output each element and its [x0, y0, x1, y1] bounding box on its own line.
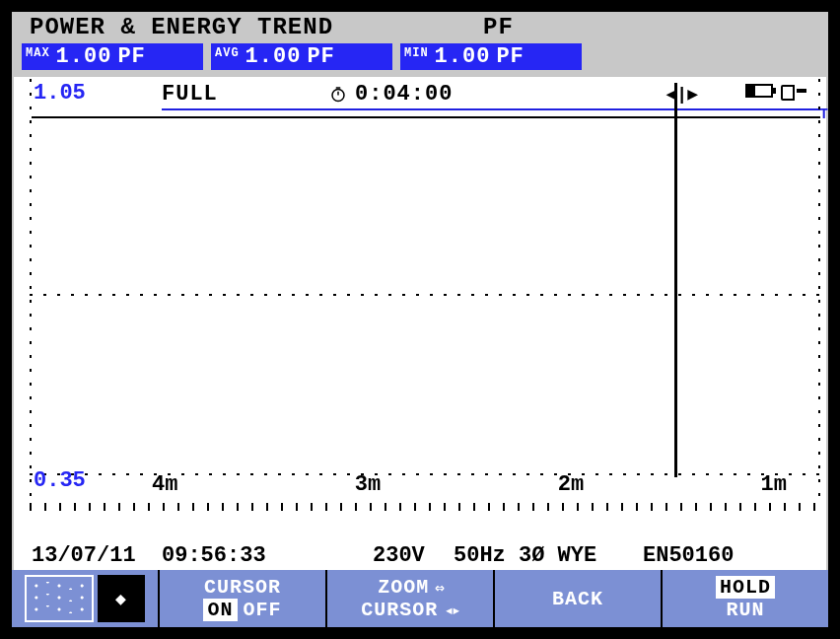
- x-tick-marks: [30, 503, 820, 511]
- f2-label: CURSOR: [204, 576, 281, 599]
- plug-icon: [781, 83, 803, 99]
- status-time: 09:56:33: [162, 543, 300, 568]
- stat-avg-unit: PF: [307, 44, 334, 69]
- softkey-f4-back[interactable]: BACK: [495, 570, 663, 627]
- updown-glyph: ◆: [115, 588, 127, 609]
- chart-area[interactable]: 1.05 FULL 0:04:00 ◀|▶ T: [14, 77, 826, 540]
- mode-label: FULL: [162, 82, 329, 106]
- f3-sublabel: CURSOR: [361, 599, 438, 621]
- title-bar: POWER & ENERGY TREND PF: [12, 12, 828, 41]
- battery-icon: [745, 84, 773, 98]
- stat-max-unit: PF: [117, 44, 145, 69]
- plot-frame: [30, 79, 820, 505]
- f4-label: BACK: [552, 588, 603, 610]
- stat-avg-value: 1.00: [245, 44, 302, 69]
- stat-avg: AVG 1.00 PF: [211, 43, 392, 70]
- f3-label: ZOOM: [378, 576, 429, 599]
- total-marker: T: [820, 106, 828, 122]
- softkey-f3-zoom[interactable]: ZOOM ⇔ CURSOR ◂▸: [327, 570, 495, 627]
- cursor-vertical-line[interactable]: [674, 83, 677, 477]
- f2-on: ON: [203, 599, 237, 621]
- stat-max: MAX 1.00 PF: [22, 43, 203, 70]
- zoom-vert-icon: ⇔: [435, 578, 443, 598]
- stat-min-tag: MIN: [404, 46, 429, 60]
- status-date: 13/07/11: [32, 543, 150, 568]
- stat-max-tag: MAX: [26, 46, 50, 60]
- x-tick: 1m: [761, 472, 787, 497]
- updown-icon: ◆: [98, 575, 145, 622]
- x-tick: 4m: [152, 472, 177, 497]
- softkey-f5-holdrun[interactable]: HOLD RUN: [663, 570, 828, 627]
- softkey-row: ◆ CURSOR ON OFF ZOOM ⇔ CURSOR ◂▸: [12, 570, 828, 627]
- clock-icon: [329, 85, 347, 103]
- softkey-f1[interactable]: ◆: [12, 570, 160, 627]
- power-status: [745, 83, 803, 99]
- f2-off: OFF: [244, 599, 282, 621]
- y-axis-bottom: 0.35: [34, 468, 86, 493]
- grid-right: [818, 79, 820, 505]
- status-bar: 13/07/11 09:56:33 230V 50Hz 3Ø WYE EN501…: [14, 540, 826, 570]
- f5-hold: HOLD: [716, 576, 775, 599]
- page-title: POWER & ENERGY TREND: [30, 14, 483, 40]
- stat-min-unit: PF: [496, 44, 524, 69]
- status-standard: EN50160: [643, 543, 734, 568]
- timer-label: 0:04:00: [329, 82, 477, 106]
- measure-label: PF: [483, 14, 514, 40]
- status-voltage: 230V: [373, 543, 442, 568]
- device-frame: POWER & ENERGY TREND PF MAX 1.00 PF AVG …: [0, 0, 840, 639]
- waveform-icon: [25, 575, 94, 622]
- stat-max-value: 1.00: [56, 44, 112, 69]
- trend-signal-line: [32, 116, 820, 118]
- status-freq-phase: 50Hz 3Ø WYE: [454, 543, 631, 568]
- timer-value: 0:04:00: [355, 82, 453, 106]
- chart-header: FULL 0:04:00: [14, 79, 826, 108]
- grid-left: [30, 79, 32, 505]
- zoom-horiz-icon: ◂▸: [444, 601, 458, 620]
- screen: POWER & ENERGY TREND PF MAX 1.00 PF AVG …: [8, 8, 832, 631]
- stats-row: MAX 1.00 PF AVG 1.00 PF MIN 1.00 PF: [12, 41, 828, 71]
- f5-run: RUN: [726, 599, 764, 621]
- grid-mid: [30, 294, 820, 296]
- x-tick: 2m: [558, 472, 584, 497]
- x-tick: 3m: [355, 472, 381, 497]
- stat-min-value: 1.00: [435, 44, 491, 69]
- softkey-f2-cursor[interactable]: CURSOR ON OFF: [160, 570, 327, 627]
- stat-avg-tag: AVG: [215, 46, 240, 60]
- stat-min: MIN 1.00 PF: [400, 43, 582, 70]
- header-underline: [162, 108, 820, 110]
- cursor-marker-icon: ◀|▶: [666, 83, 698, 105]
- x-axis-labels: 4m 3m 2m 1m: [152, 472, 787, 497]
